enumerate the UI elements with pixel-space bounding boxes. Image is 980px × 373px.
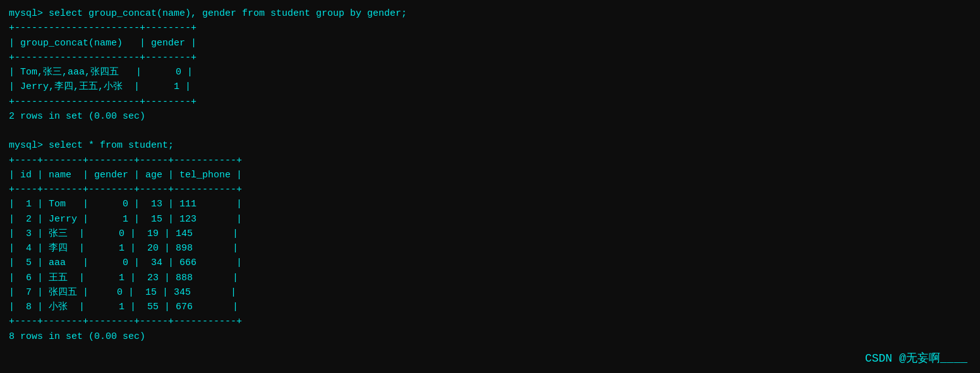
watermark-text: CSDN @无妄啊____ <box>865 350 967 365</box>
terminal-output: mysql> select group_concat(name), gender… <box>9 6 971 344</box>
